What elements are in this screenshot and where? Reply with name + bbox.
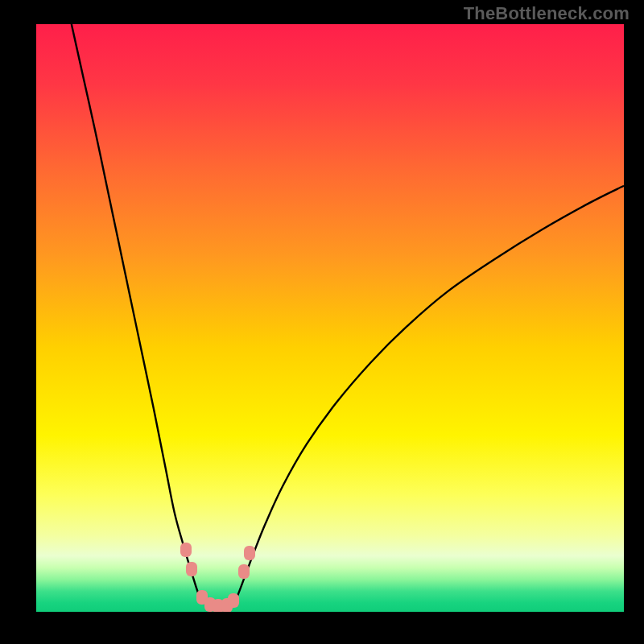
data-marker	[228, 593, 239, 608]
chart-frame: TheBottleneck.com	[0, 0, 644, 644]
plot-area	[36, 24, 624, 612]
data-marker	[238, 564, 250, 579]
data-marker	[186, 562, 197, 576]
watermark-text: TheBottleneck.com	[464, 3, 630, 24]
data-marker	[180, 543, 192, 557]
curve-markers	[36, 24, 624, 612]
data-marker	[244, 546, 255, 560]
